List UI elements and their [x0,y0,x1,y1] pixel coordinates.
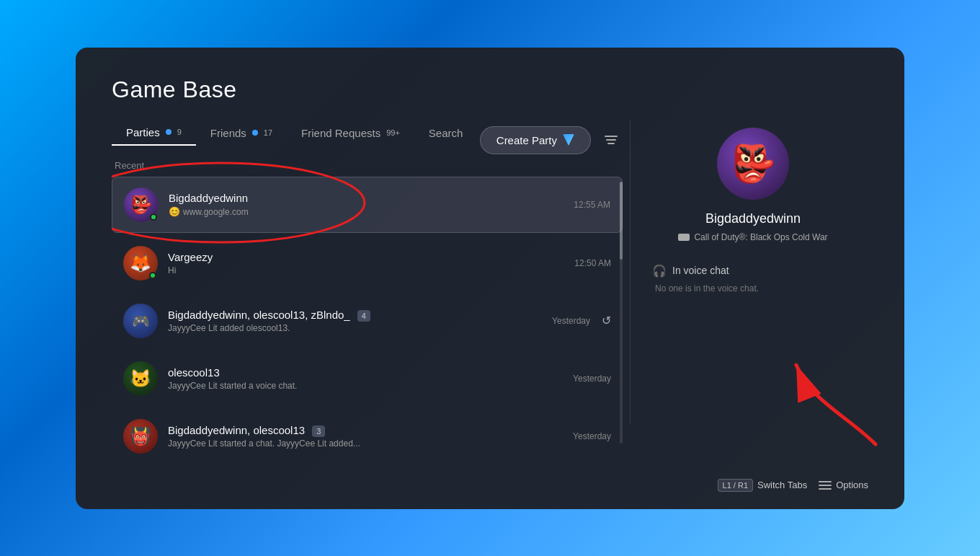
tab-friend-requests-label: Friend Requests [301,127,380,139]
party-time: Yesterday [573,431,611,441]
profile-name: Bigdaddyedwinn [705,211,801,226]
filter-line-1 [605,136,618,137]
triangle-icon [563,134,574,146]
parties-dot [166,129,172,135]
right-controls: Create Party [480,126,623,154]
member-count-badge: 4 [357,310,370,322]
content-area: Parties 9 Friends 17 Friend Requests 99+ [112,120,868,487]
party-sub: Hi [168,265,574,275]
scrollbar-thumb [620,182,623,260]
filter-icon[interactable] [600,128,623,151]
section-label: Recent [112,160,623,171]
party-name: Bigdaddyedwinn, olescool13 3 [168,424,573,436]
party-name: Vargeezy [168,251,574,263]
avatar: 🦊 [123,246,158,281]
friend-requests-badge: 99+ [386,128,400,137]
list-item[interactable]: 🎮 Bigdaddyedwinn, olescool13, zBlndo_ 4 … [112,294,623,348]
list-item[interactable]: 👺 Bigdaddyedwinn 😊 www.google.com 1 [112,177,623,233]
create-party-button[interactable]: Create Party [480,126,591,154]
list-item[interactable]: 👹 Bigdaddyedwinn, olescool13 3 JayyyCee … [112,409,623,464]
avatar-img: 🐱 [123,361,158,396]
filter-line-2 [606,139,616,141]
party-name: olescool13 [168,366,573,379]
party-sub: JayyyCee Lit started a voice chat. [168,381,573,391]
party-sub: JayyyCee Lit started a chat. JayyyCee Li… [168,438,573,449]
divider [630,120,631,423]
friends-dot [252,130,258,136]
party-info: Bigdaddyedwinn 😊 www.google.com [169,192,574,217]
parties-list: Recent 👺 Bigdaddyedwi [112,160,623,487]
list-item[interactable]: 🐱 olescool13 JayyyCee Lit started a voic… [112,351,623,406]
options-btn[interactable]: Options [819,480,868,490]
online-status-dot [149,272,156,279]
tabs-row: Parties 9 Friends 17 Friend Requests 99+ [112,120,477,146]
tab-search[interactable]: Search [414,121,478,145]
switch-tabs-key: L1 / R1 [718,479,753,492]
horned-avatar-img: 👺 [717,128,789,200]
tab-friends[interactable]: Friends 17 [196,121,287,145]
create-party-label: Create Party [496,134,557,146]
tab-parties[interactable]: Parties 9 [112,120,196,146]
party-name: Bigdaddyedwinn [169,192,574,204]
friends-badge: 17 [264,128,272,137]
refresh-icon: ↺ [602,314,611,327]
menu-icon [819,480,832,490]
member-count-badge: 3 [312,425,325,437]
switch-tabs-btn: L1 / R1 Switch Tabs [718,479,808,492]
avatar: 👺 [124,187,159,222]
voice-section: 🎧 In voice chat No one is in the voice c… [652,264,854,294]
avatar: 👹 [123,419,158,454]
headset-icon: 🎧 [652,264,667,278]
list-item[interactable]: 🦊 Vargeezy Hi 12:50 AM [112,236,623,291]
voice-empty: No one is in the voice chat. [652,283,854,294]
avatar: 🎮 [123,304,158,338]
party-time: Yesterday [573,374,611,384]
voice-header: 🎧 In voice chat [652,264,854,278]
parties-badge: 9 [177,128,182,136]
avatar: 🐱 [123,361,158,396]
bottom-bar: L1 / R1 Switch Tabs Options [718,479,868,492]
right-panel: 👺 Bigdaddyedwinn Call of Duty®: Black Op… [638,120,868,487]
profile-game: Call of Duty®: Black Ops Cold War [678,232,827,242]
online-status-dot [150,213,157,221]
party-info: Bigdaddyedwinn, olescool13, zBlndo_ 4 Ja… [168,309,552,333]
party-info: Bigdaddyedwinn, olescool13 3 JayyyCee Li… [168,424,573,449]
game-icon [678,234,690,241]
party-info: Vargeezy Hi [168,251,574,275]
avatar-img: 🎮 [123,304,158,338]
avatar-img: 👹 [123,419,158,454]
party-info: olescool13 JayyyCee Lit started a voice … [168,366,573,391]
profile-avatar: 👺 [717,128,789,200]
scrollbar[interactable] [620,182,623,444]
tabs-area: Parties 9 Friends 17 Friend Requests 99+ [112,120,623,160]
game-name: Call of Duty®: Black Ops Cold War [694,232,827,242]
voice-label: In voice chat [672,265,729,276]
tab-friend-requests[interactable]: Friend Requests 99+ [287,121,414,145]
options-label: Options [836,480,868,490]
arrow-annotation [789,343,890,451]
filter-line-3 [607,143,615,144]
tab-parties-label: Parties [126,126,160,138]
party-time: Yesterday [552,316,590,326]
party-name: Bigdaddyedwinn, olescool13, zBlndo_ 4 [168,309,552,321]
switch-tabs-label: Switch Tabs [757,480,807,490]
main-panel: Game Base Parties 9 Friends 17 [76,48,904,509]
left-panel: Parties 9 Friends 17 Friend Requests 99+ [112,120,623,487]
party-time: 12:55 AM [574,200,610,210]
party-time: 12:50 AM [574,258,611,268]
page-title: Game Base [112,76,868,103]
party-sub: 😊 www.google.com [169,206,574,217]
tab-search-label: Search [429,127,463,139]
party-sub: JayyyCee Lit added olescool13. [168,323,552,333]
tab-friends-label: Friends [210,127,246,139]
